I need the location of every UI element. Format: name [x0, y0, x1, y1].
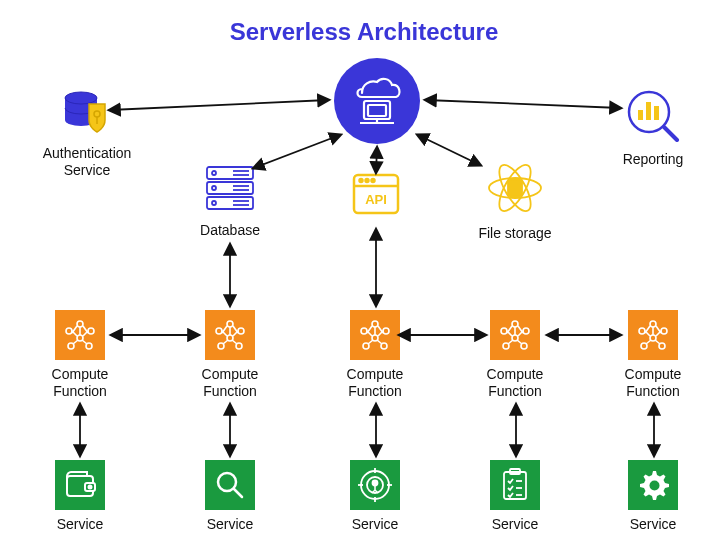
node-service-1: Service — [35, 460, 125, 533]
svg-line-60 — [233, 326, 238, 333]
checklist-icon — [490, 460, 540, 510]
node-reporting: Reporting — [608, 88, 698, 168]
diagram-title: Serverless Architecture — [230, 18, 499, 46]
atom-storage-icon — [485, 160, 545, 216]
svg-line-98 — [645, 326, 650, 333]
node-compute-1: Compute Function — [35, 310, 125, 400]
node-compute-3: Compute Function — [330, 310, 420, 400]
compute-label-1: Compute Function — [35, 366, 125, 400]
service-label-5: Service — [608, 516, 698, 533]
compute-label-3: Compute Function — [330, 366, 420, 400]
compute-label-2: Compute Function — [185, 366, 275, 400]
svg-point-24 — [372, 179, 375, 182]
svg-point-50 — [238, 328, 244, 334]
node-service-2: Service — [185, 460, 275, 533]
svg-point-62 — [361, 328, 367, 334]
node-filestorage: File storage — [465, 160, 565, 242]
reporting-magnify-chart-icon — [625, 88, 681, 142]
svg-point-102 — [89, 486, 92, 489]
svg-point-48 — [227, 321, 233, 327]
svg-line-120 — [254, 135, 340, 168]
node-database: Database — [185, 165, 275, 239]
svg-point-76 — [523, 328, 529, 334]
cloud-hub-icon — [334, 58, 420, 144]
svg-point-117 — [650, 481, 660, 491]
service-label-1: Service — [35, 516, 125, 533]
svg-point-23 — [366, 179, 369, 182]
svg-point-49 — [216, 328, 222, 334]
svg-line-118 — [110, 100, 328, 110]
database-servers-icon — [203, 165, 257, 213]
reporting-label: Reporting — [608, 151, 698, 168]
target-icon — [350, 460, 400, 510]
svg-line-121 — [376, 148, 377, 172]
compute-label-4: Compute Function — [470, 366, 560, 400]
svg-point-37 — [88, 328, 94, 334]
svg-rect-34 — [654, 106, 659, 120]
svg-line-31 — [664, 127, 677, 140]
node-compute-2: Compute Function — [185, 310, 275, 400]
svg-line-104 — [234, 489, 242, 497]
svg-point-36 — [66, 328, 72, 334]
service-label-3: Service — [330, 516, 420, 533]
svg-line-99 — [656, 326, 661, 333]
api-window-icon: API — [351, 172, 401, 216]
svg-line-58 — [232, 340, 237, 344]
svg-rect-33 — [646, 102, 651, 120]
svg-rect-8 — [207, 167, 253, 179]
service-label-2: Service — [185, 516, 275, 533]
svg-point-63 — [383, 328, 389, 334]
svg-line-71 — [377, 340, 382, 344]
compute-network-icon — [350, 310, 400, 360]
svg-point-14 — [212, 186, 216, 190]
svg-line-45 — [82, 340, 87, 344]
svg-line-96 — [646, 340, 651, 344]
svg-line-86 — [518, 326, 523, 333]
compute-network-icon — [55, 310, 105, 360]
svg-line-84 — [517, 340, 522, 344]
svg-point-11 — [212, 171, 216, 175]
node-compute-5: Compute Function — [608, 310, 698, 400]
node-service-5: Service — [608, 460, 698, 533]
svg-point-22 — [360, 179, 363, 182]
svg-point-75 — [501, 328, 507, 334]
svg-point-89 — [661, 328, 667, 334]
auth-label: Authentication Service — [32, 145, 142, 179]
auth-database-shield-icon — [61, 90, 113, 136]
node-api: API API — [340, 172, 412, 219]
svg-line-72 — [367, 326, 372, 333]
svg-line-57 — [223, 340, 228, 344]
database-label: Database — [185, 222, 275, 239]
svg-line-97 — [655, 340, 660, 344]
node-service-4: Service — [470, 460, 560, 533]
svg-line-59 — [222, 326, 227, 333]
svg-line-85 — [507, 326, 512, 333]
svg-line-119 — [426, 100, 620, 108]
node-authentication: Authentication Service — [32, 90, 142, 179]
compute-label-5: Compute Function — [608, 366, 698, 400]
filestorage-label: File storage — [465, 225, 565, 242]
svg-rect-112 — [504, 472, 526, 499]
svg-point-17 — [212, 201, 216, 205]
svg-text:API: API — [365, 192, 387, 207]
svg-rect-10 — [207, 197, 253, 209]
svg-rect-1 — [368, 105, 386, 116]
compute-network-icon — [490, 310, 540, 360]
compute-network-icon — [628, 310, 678, 360]
node-compute-4: Compute Function — [470, 310, 560, 400]
service-label-4: Service — [470, 516, 560, 533]
svg-line-70 — [368, 340, 373, 344]
node-service-3: Service — [330, 460, 420, 533]
svg-point-74 — [512, 321, 518, 327]
svg-point-35 — [77, 321, 83, 327]
svg-line-73 — [378, 326, 383, 333]
svg-point-88 — [639, 328, 645, 334]
gear-icon — [628, 460, 678, 510]
wallet-icon — [55, 460, 105, 510]
svg-point-61 — [372, 321, 378, 327]
svg-rect-32 — [638, 110, 643, 120]
svg-rect-9 — [207, 182, 253, 194]
search-icon — [205, 460, 255, 510]
svg-point-107 — [373, 481, 378, 486]
svg-line-44 — [73, 340, 78, 344]
